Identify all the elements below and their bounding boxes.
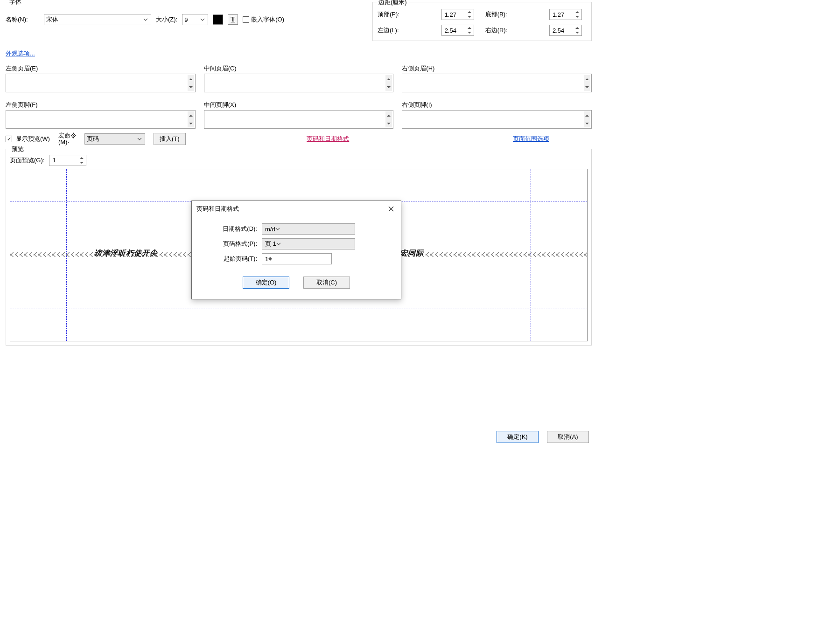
spin-down-icon[interactable] [268, 259, 272, 261]
start-page-value: 1 [265, 256, 268, 263]
center-header-label: 中间页眉(C) [204, 64, 394, 73]
underline-button[interactable]: T [228, 14, 238, 25]
center-header-input[interactable] [204, 74, 394, 92]
date-format-value: m/d [265, 226, 275, 233]
center-footer-label: 中间页脚(X) [204, 101, 394, 109]
font-group-title: 字体 [7, 0, 23, 6]
right-header-label: 右侧页眉(H) [402, 64, 592, 73]
spin-up-icon[interactable] [188, 75, 194, 83]
spin-down-icon[interactable] [188, 119, 194, 127]
dialog-ok-button[interactable]: 确定(O) [243, 277, 289, 289]
margin-right-value: 2.54 [553, 27, 564, 34]
spin-down-icon[interactable] [574, 30, 581, 35]
spin-up-icon[interactable] [466, 10, 473, 14]
macro-label: 宏命令(M)· [58, 132, 82, 146]
macro-dropdown[interactable]: 页码 [84, 133, 145, 145]
center-footer-input[interactable] [204, 110, 394, 129]
font-name-dropdown[interactable]: 宋体 [44, 14, 151, 25]
page-date-format-dialog: 页码和日期格式 日期格式(D): m/d 页码格式(P): 页 1 起始页码(T… [191, 201, 401, 299]
spin-down-icon[interactable] [466, 14, 473, 19]
dialog-cancel-button[interactable]: 取消(C) [303, 277, 350, 289]
spin-down-icon[interactable] [78, 160, 85, 165]
spin-up-icon[interactable] [466, 26, 473, 30]
font-size-value: 9 [184, 16, 188, 23]
start-page-spinner[interactable]: 1 [262, 253, 332, 264]
page-format-label: 页码格式(P): [201, 240, 262, 248]
left-footer-label: 左侧页脚(F) [6, 101, 196, 109]
spin-down-icon[interactable] [385, 119, 392, 127]
dialog-title: 页码和日期格式 [196, 205, 239, 213]
chevron-down-icon [276, 242, 281, 245]
left-header-input[interactable] [6, 74, 196, 92]
right-footer-label: 右侧页脚(I) [402, 101, 592, 109]
show-preview-checkbox[interactable] [6, 136, 12, 142]
appearance-options-link[interactable]: 外观选项... [6, 50, 35, 57]
margin-bottom-spinner[interactable]: 1.27 [549, 9, 582, 20]
date-format-dropdown[interactable]: m/d [262, 223, 355, 235]
show-preview-label: 显示预览(W) [16, 135, 50, 143]
margin-left-value: 2.54 [445, 27, 456, 34]
start-page-label: 起始页码(T): [201, 255, 262, 263]
spin-up-icon[interactable] [385, 75, 392, 83]
spin-up-icon[interactable] [574, 26, 581, 30]
page-format-value: 页 1 [265, 240, 276, 248]
page-format-dropdown[interactable]: 页 1 [262, 238, 355, 249]
spin-down-icon[interactable] [466, 30, 473, 35]
chevron-down-icon [275, 228, 280, 230]
spin-down-icon[interactable] [188, 83, 194, 91]
date-format-label: 日期格式(D): [201, 225, 262, 233]
spin-down-icon[interactable] [584, 119, 590, 127]
close-icon[interactable] [386, 204, 396, 214]
right-header-input[interactable] [402, 74, 592, 92]
margin-group: 边距(厘米) 顶部(P): 1.27 底部(B): 1.27 左边(L): 2.… [372, 2, 592, 41]
page-preview-label: 页面预览(G): [10, 156, 44, 165]
margin-top-label: 顶部(P): [378, 10, 435, 19]
font-size-label: 大小(Z): [156, 15, 177, 24]
chevron-down-icon [200, 18, 205, 21]
font-name-label: 名称(N): [6, 15, 39, 24]
margin-bottom-value: 1.27 [553, 11, 564, 18]
page-preview-value: 1 [52, 157, 56, 164]
embed-font-checkbox[interactable] [243, 16, 249, 23]
embed-font-label: 嵌入字体(O) [251, 15, 284, 24]
spin-up-icon[interactable] [584, 75, 590, 83]
page-date-format-link[interactable]: 页码和日期格式 [307, 135, 349, 142]
font-color-swatch[interactable] [213, 14, 223, 25]
margin-top-value: 1.27 [445, 11, 456, 18]
margin-bottom-label: 底部(B): [485, 10, 543, 19]
spin-up-icon[interactable] [78, 156, 85, 160]
font-size-dropdown[interactable]: 9 [182, 14, 208, 25]
right-footer-input[interactable] [402, 110, 592, 129]
left-header-label: 左侧页眉(E) [6, 64, 196, 73]
font-name-value: 宋体 [46, 15, 58, 24]
preview-group-title: 预览 [10, 145, 26, 153]
spin-up-icon[interactable] [385, 111, 392, 119]
chevron-down-icon [137, 138, 142, 140]
margin-right-spinner[interactable]: 2.54 [549, 25, 582, 36]
macro-value: 页码 [87, 135, 99, 143]
spin-up-icon[interactable] [188, 111, 194, 119]
page-preview-spinner[interactable]: 1 [49, 155, 86, 166]
margin-right-label: 右边(R): [485, 26, 543, 35]
ok-button[interactable]: 确定(K) [497, 431, 539, 443]
margin-left-label: 左边(L): [378, 26, 435, 35]
margin-top-spinner[interactable]: 1.27 [441, 9, 474, 20]
cancel-button[interactable]: 取消(A) [547, 431, 589, 443]
spin-up-icon[interactable] [584, 111, 590, 119]
left-footer-input[interactable] [6, 110, 196, 129]
font-group: 字体 名称(N): 宋体 大小(Z): 9 T 嵌入字体(O) [6, 2, 368, 25]
margin-left-spinner[interactable]: 2.54 [441, 25, 474, 36]
preview-sample-text-left: 谤津浮听朽使开尖 [94, 249, 158, 258]
spin-down-icon[interactable] [574, 14, 581, 19]
page-range-options-link[interactable]: 页面范围选项 [513, 135, 549, 142]
insert-button[interactable]: 插入(T) [154, 133, 186, 145]
spin-down-icon[interactable] [584, 83, 590, 91]
spin-down-icon[interactable] [385, 83, 392, 91]
chevron-down-icon [143, 18, 148, 21]
spin-up-icon[interactable] [574, 10, 581, 14]
margin-group-title: 边距(厘米) [377, 0, 409, 7]
